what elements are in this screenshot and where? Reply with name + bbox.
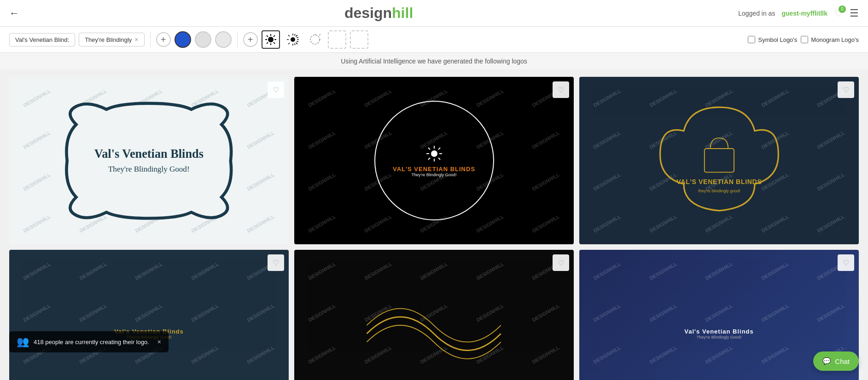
subtitle-text: Using Artificial Intelligence we have ge… (341, 58, 527, 65)
svg-line-6 (274, 42, 275, 44)
logo-card-5[interactable]: DESIGNHILL DESIGNHILL DESIGNHILL DESIGNH… (294, 250, 574, 380)
logo-card-1[interactable]: DESIGNHILL DESIGNHILL DESIGNHILL DESIGNH… (9, 77, 289, 244)
favorites-button[interactable]: ♡ 0 (834, 7, 843, 19)
notif-text: 418 people are currently creating their … (34, 339, 149, 345)
svg-line-23 (294, 43, 295, 45)
lock-shackle (710, 138, 728, 149)
chat-button[interactable]: 💬 Chat (813, 351, 859, 371)
tag-blindingly[interactable]: They're Blindingly × (79, 33, 144, 46)
add-pattern-button[interactable]: + (243, 32, 258, 47)
monogram-logos-label: Monogram Logo's (811, 36, 859, 43)
svg-line-18 (294, 34, 295, 36)
svg-point-0 (268, 37, 274, 42)
card6-title: Val's Venetian Blinds (684, 328, 754, 335)
logo-card-4-inner: DESIGNHILL DESIGNHILL DESIGNHILL DESIGNH… (9, 250, 289, 380)
logged-in-text: Logged in as (738, 10, 775, 17)
card1-title: Val's Venetian Blinds (94, 147, 204, 161)
color-swatch-white2[interactable] (215, 31, 232, 48)
chat-icon: 💬 (822, 357, 831, 365)
line1 (367, 317, 501, 351)
svg-point-24 (310, 35, 320, 44)
toolbar: Val's Venetian Blind: They're Blindingly… (0, 27, 868, 53)
card6-sub: They're Blindingly Good! (684, 335, 754, 340)
ornate-frame-svg: Val's Venetian Blinds They're Blindingly… (58, 98, 240, 224)
back-button[interactable]: ← (9, 7, 19, 19)
monogram-logos-checkbox[interactable] (801, 36, 808, 43)
logo: designhill (344, 5, 413, 22)
pattern-starburst[interactable] (284, 30, 302, 49)
logo-card-2[interactable]: DESIGNHILL DESIGNHILL DESIGNHILL DESIGNH… (294, 77, 574, 244)
logo-card-5-bg: DESIGNHILL DESIGNHILL DESIGNHILL DESIGNH… (294, 250, 574, 380)
svg-line-14 (288, 35, 290, 36)
card2-sub: They're Blindingly Good! (412, 173, 457, 177)
circle-cross-pattern-icon (309, 33, 321, 46)
logo-card-1-inner: DESIGNHILL DESIGNHILL DESIGNHILL DESIGNH… (9, 77, 289, 244)
svg-line-26 (319, 34, 320, 35)
svg-line-20 (297, 37, 298, 38)
card3-sub: they're blindingly good! (698, 189, 740, 193)
abstract-lines-svg (350, 283, 518, 380)
svg-line-8 (267, 42, 268, 44)
fav-button-1[interactable]: ♡ (268, 81, 284, 98)
card3-title: VAL'S VENETIAN BLINDS (676, 178, 762, 185)
header-right: Logged in as guest-myfflitllk ♡ 0 ☰ (738, 7, 859, 19)
pattern-circle-cross[interactable] (306, 30, 324, 49)
subtitle-bar: Using Artificial Intelligence we have ge… (0, 53, 868, 69)
monogram-logos-checkbox-label[interactable]: Monogram Logo's (801, 36, 859, 43)
svg-line-35 (438, 148, 440, 150)
fav-button-3[interactable]: ♡ (838, 81, 854, 98)
chat-label: Chat (835, 357, 850, 365)
tag-blindingly-label: They're Blindingly (85, 36, 132, 43)
logo-card-3-inner: DESIGNHILL DESIGNHILL DESIGNHILL DESIGNH… (579, 77, 859, 244)
color-swatch-blue[interactable] (175, 31, 191, 48)
logo-card-5-content (294, 250, 574, 380)
notif-icon: 👥 (17, 336, 29, 348)
notification-bar: 👥 418 people are currently creating thei… (9, 331, 169, 352)
logo-hill: hill (392, 5, 413, 21)
logo-card-3-bg: DESIGNHILL DESIGNHILL DESIGNHILL DESIGNH… (579, 77, 859, 244)
logo-card-4[interactable]: DESIGNHILL DESIGNHILL DESIGNHILL DESIGNH… (9, 250, 289, 380)
logo-card-1-content: Val's Venetian Blinds They're Blindingly… (9, 77, 289, 244)
header-left: ← (9, 7, 19, 19)
logo-card-3[interactable]: DESIGNHILL DESIGNHILL DESIGNHILL DESIGNH… (579, 77, 859, 244)
svg-line-5 (267, 35, 268, 37)
add-tag-button[interactable]: + (156, 32, 171, 47)
favorites-count: 0 (839, 6, 846, 13)
fav-button-5[interactable]: ♡ (553, 254, 569, 271)
symbol-logos-checkbox-label[interactable]: Symbol Logo's (748, 36, 797, 43)
symbol-logos-checkbox[interactable] (748, 36, 755, 43)
color-swatch-white1[interactable] (195, 31, 211, 48)
fav-button-6[interactable]: ♡ (838, 254, 854, 271)
logo-card-4-content: Val's Venetian Blinds They're Blindingly… (9, 250, 289, 380)
svg-line-22 (296, 42, 297, 44)
ornate-path (67, 103, 232, 218)
tag-val[interactable]: Val's Venetian Blind: (9, 33, 75, 46)
tag-blindingly-remove[interactable]: × (134, 36, 138, 43)
svg-line-19 (296, 35, 297, 37)
pattern-empty1[interactable] (328, 30, 346, 49)
notif-close[interactable]: × (157, 338, 161, 345)
logo-card-3-content: VAL'S VENETIAN BLINDS they're blindingly… (579, 77, 859, 244)
divider-1 (150, 31, 151, 48)
svg-line-36 (428, 158, 430, 160)
card1-sub: They're Blindingly Good! (108, 165, 190, 173)
symbol-logos-label: Symbol Logo's (758, 36, 797, 43)
tag-val-label: Val's Venetian Blind: (15, 36, 69, 43)
sun-pattern-icon (264, 33, 277, 46)
fav-button-2[interactable]: ♡ (553, 81, 569, 98)
menu-button[interactable]: ☰ (850, 7, 859, 19)
username: guest-myfflitllk (781, 10, 827, 17)
starburst-pattern-icon (286, 33, 299, 46)
logo-card-5-inner: DESIGNHILL DESIGNHILL DESIGNHILL DESIGNH… (294, 250, 574, 380)
logo-design: design (344, 5, 392, 21)
fav-button-4[interactable]: ♡ (268, 254, 284, 271)
logo-card-2-inner: DESIGNHILL DESIGNHILL DESIGNHILL DESIGNH… (294, 77, 574, 244)
line3 (367, 309, 501, 342)
card6-text: Val's Venetian Blinds They're Blindingly… (684, 328, 754, 340)
pattern-sun[interactable] (262, 30, 280, 49)
svg-line-33 (428, 148, 430, 150)
svg-line-25 (315, 34, 316, 35)
pattern-empty2[interactable] (350, 30, 368, 49)
logo-card-1-bg: DESIGNHILL DESIGNHILL DESIGNHILL DESIGNH… (9, 77, 289, 244)
logo-card-2-bg: DESIGNHILL DESIGNHILL DESIGNHILL DESIGNH… (294, 77, 574, 244)
